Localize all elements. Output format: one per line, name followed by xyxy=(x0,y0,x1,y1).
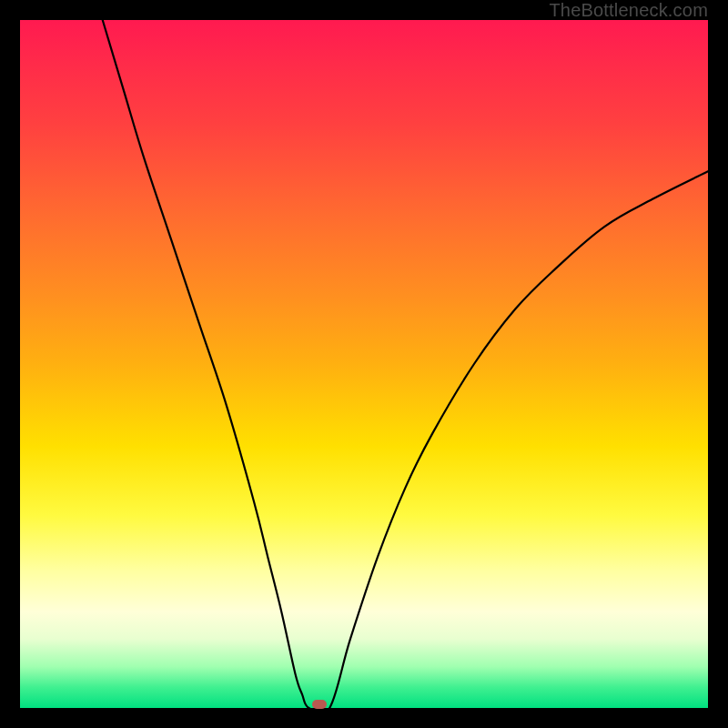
watermark-text: TheBottleneck.com xyxy=(549,0,708,21)
bottleneck-curve xyxy=(20,20,708,708)
optimum-marker xyxy=(312,700,327,709)
plot-area xyxy=(20,20,708,708)
chart-frame: TheBottleneck.com xyxy=(0,0,728,728)
